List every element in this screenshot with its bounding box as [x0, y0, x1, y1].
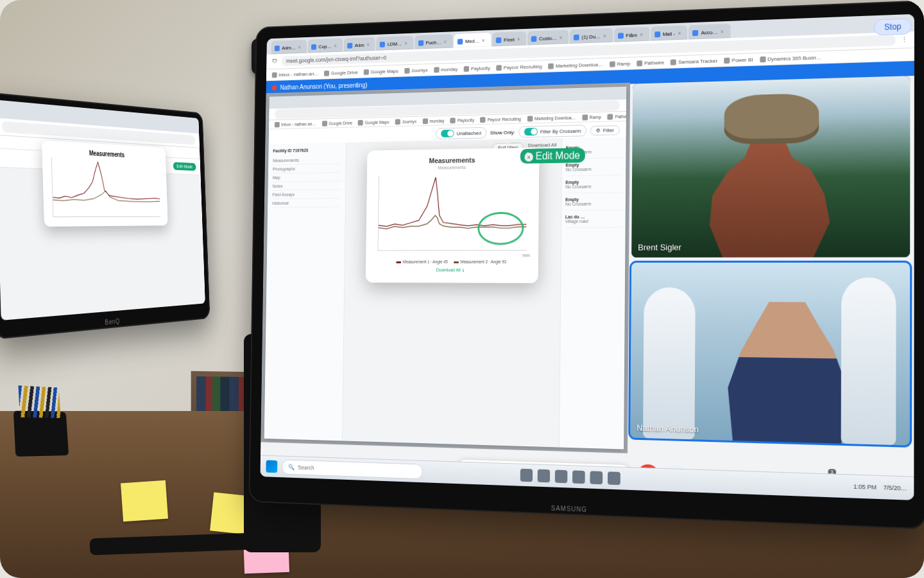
participant-name: Brent Sigler [638, 242, 681, 252]
facility-header: Facility ID 7197823 [273, 148, 341, 153]
shared-browser: Inbox - nathan.an…Google DriveGoogle Map… [264, 87, 626, 450]
sidebar-item[interactable]: Notes [273, 181, 341, 191]
taskbar-app-icon[interactable] [538, 469, 551, 483]
download-all-link[interactable]: Download All ⤓ [374, 268, 530, 273]
bookmark[interactable]: Google Maps [364, 68, 398, 74]
browser-tab[interactable]: Acco…× [689, 24, 730, 40]
close-icon[interactable]: × [404, 40, 407, 47]
bookmark[interactable]: Paycor Recruiting [496, 64, 542, 71]
browser-tab[interactable]: Flåm× [614, 27, 649, 42]
bookmark[interactable]: Power BI [724, 57, 753, 64]
close-icon[interactable]: × [603, 33, 606, 39]
start-button[interactable] [266, 460, 277, 473]
measurements-modal: ✎ Edit Mode × Measurements Measurements … [366, 148, 540, 283]
bookmark[interactable]: Dynamics 365 Busin… [760, 54, 821, 62]
modal-subtitle: Measurements [375, 164, 531, 171]
unattached-toggle[interactable]: Unattached [436, 127, 486, 139]
bookmark[interactable]: Journyx [395, 118, 417, 124]
video-tile[interactable]: Nathan Anunson [630, 263, 910, 446]
pen-cup [13, 411, 69, 457]
left-screen: Edit Mode Measurements [0, 100, 205, 320]
bookmark[interactable]: Ramp [582, 114, 601, 120]
taskbar-app-icon[interactable] [590, 471, 603, 484]
bookmark[interactable]: monday [422, 118, 444, 124]
bookmark[interactable]: Google Drive [324, 69, 358, 76]
close-icon[interactable]: × [366, 42, 370, 48]
sidebar-item[interactable]: Historical [272, 198, 341, 207]
close-icon[interactable]: × [678, 30, 681, 37]
browser-tab[interactable]: Puch…× [415, 34, 453, 49]
bookmark[interactable]: Ramp [610, 60, 631, 67]
presenter-label: Nathan Anunson (You, presenting) [280, 82, 368, 91]
bookmark[interactable]: Pathwire [608, 113, 626, 119]
browser-tab[interactable]: (1) Du…× [570, 28, 613, 44]
bookmark[interactable]: Inbox - nathan.an… [272, 71, 319, 78]
lock-icon: ⛉ [272, 58, 277, 65]
close-icon[interactable]: × [640, 31, 643, 38]
filter-crossarm[interactable]: Filter By Crossarm [518, 125, 586, 137]
measurements-chart: mm [378, 173, 527, 250]
taskbar-app-icon[interactable] [520, 469, 533, 482]
close-icon[interactable]: × [560, 35, 563, 41]
video-background [631, 76, 910, 258]
close-icon[interactable]: × [334, 43, 337, 49]
browser-tab[interactable]: Adm× [343, 37, 375, 52]
show-only-label: Show Only: [490, 129, 515, 136]
list-item[interactable]: EmptyNo Crossarm [565, 193, 622, 211]
list-item[interactable]: EmptyNo Crossarm [565, 175, 622, 193]
bookmark[interactable]: monday [434, 66, 458, 73]
bookmark[interactable]: Paylocity [450, 117, 474, 123]
browser-tab[interactable]: Cop…× [307, 39, 343, 53]
browser-tab[interactable]: Fleet× [492, 31, 526, 46]
filter-button[interactable]: ⚙ Filter [590, 125, 620, 136]
url-text: meet.google.com/jxn-ctxwq-tmf?authuser=0 [286, 55, 386, 64]
taskbar-app-icon[interactable] [555, 470, 568, 484]
stop-presenting-button[interactable]: Stop [874, 18, 911, 35]
bookmark[interactable]: Inbox - nathan.an… [275, 121, 316, 127]
shared-screen-pane: Inbox - nathan.an…Google DriveGoogle Map… [261, 83, 630, 453]
y-axis-unit: mm [522, 253, 529, 258]
bookmark[interactable]: Samsara Tracker [671, 58, 717, 65]
extensions-icon[interactable]: ⋮ [902, 37, 908, 44]
bookmark[interactable]: Paylocity [464, 65, 490, 71]
browser-tab[interactable]: Custo…× [527, 30, 569, 45]
taskbar-app-icon[interactable] [572, 470, 585, 484]
chart-legend: Measurement 1 · Angle 45 Measurement 2 ·… [374, 259, 530, 264]
meet-video-tiles: Brent Sigler Nathan Anunson [630, 76, 910, 446]
sticky-note [121, 480, 168, 522]
monitor-brand: SAMSUNG [551, 505, 587, 513]
bookmark[interactable]: Journyx [404, 67, 428, 73]
browser-tab[interactable]: Adm…× [271, 40, 307, 55]
left-sidebar: Facility ID 7197823 MeasurementsPhotogra… [264, 143, 346, 441]
edit-mode-button[interactable]: Edit Mode [173, 162, 196, 171]
bookmark[interactable]: Marketing Downloa… [527, 114, 576, 121]
video-tile[interactable]: Brent Sigler [631, 76, 910, 258]
bookmark[interactable]: Google Maps [358, 119, 389, 125]
right-sidebar: EmptyNo CrossarmEmptyNo CrossarmEmptyNo … [559, 137, 626, 450]
video-background [630, 263, 910, 446]
close-icon[interactable]: × [517, 36, 520, 42]
photo-frame: Edit Mode Measurements BenQ Stop Adm…×Co… [0, 0, 924, 578]
participant-name: Nathan Anunson [637, 423, 699, 434]
close-icon[interactable]: × [298, 44, 301, 51]
right-screen: Stop Adm…×Cop…×Adm×LDM…×Puch…×Med…×Fleet… [261, 14, 914, 500]
taskbar-search[interactable]: 🔍 Search [282, 459, 423, 479]
system-tray[interactable]: 1:05 PM 7/5/20… [853, 483, 907, 491]
close-icon[interactable]: × [443, 39, 447, 45]
bookmark[interactable]: Marketing Downloa… [548, 62, 603, 69]
measurements-chart [51, 157, 160, 217]
browser-tab[interactable]: LDM…× [377, 36, 414, 51]
tray-date: 7/5/20… [884, 484, 907, 492]
close-icon[interactable]: × [721, 28, 724, 35]
bookmark[interactable]: Pathwire [637, 59, 664, 66]
bookmark[interactable]: Google Drive [322, 120, 352, 127]
monitor-brand: BenQ [105, 317, 120, 326]
browser-tab[interactable]: Mail -× [651, 25, 688, 40]
app-body: Facility ID 7197823 MeasurementsPhotogra… [264, 137, 626, 450]
browser-tab[interactable]: Med…× [454, 33, 491, 48]
list-item[interactable]: Lac du …Village road [565, 210, 622, 228]
bookmark[interactable]: Paycor Recruiting [480, 116, 521, 122]
close-icon[interactable]: × [482, 37, 485, 44]
taskbar-app-icon[interactable] [608, 471, 620, 485]
sidebar-item[interactable]: Field Assays [272, 190, 341, 200]
